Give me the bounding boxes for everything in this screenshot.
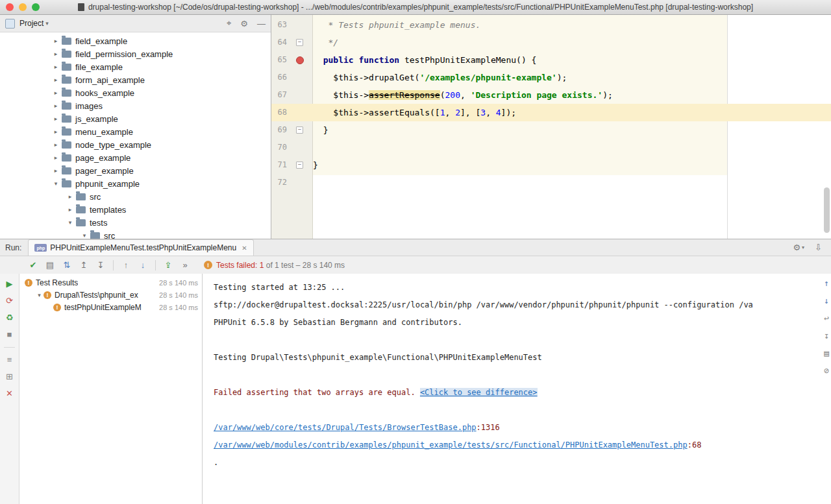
gutter-cell[interactable]: −: [287, 121, 312, 139]
chevron-collapsed-icon[interactable]: ▸: [51, 141, 60, 148]
scroll-up-icon[interactable]: ↑: [824, 279, 829, 288]
close-window-button[interactable]: [6, 3, 14, 11]
tree-item-src[interactable]: ▸src: [0, 190, 271, 203]
chevron-down-icon[interactable]: ▾: [45, 20, 49, 27]
line-number[interactable]: 66: [271, 69, 287, 86]
show-passed-icon[interactable]: ✔: [26, 260, 40, 270]
file-link[interactable]: /var/www/web/core/tests/Drupal/Tests/Bro…: [214, 423, 477, 432]
chevron-collapsed-icon[interactable]: ▸: [66, 193, 75, 200]
gutter-cell[interactable]: [287, 16, 312, 34]
rerun-failed-tests-icon[interactable]: ⟳: [6, 296, 13, 306]
code-line-65[interactable]: 65 public function testPhpUnitExampleMen…: [271, 51, 831, 69]
sort-by-duration-icon[interactable]: ⇅: [60, 260, 74, 270]
expand-all-icon[interactable]: ↥: [77, 260, 91, 270]
fold-marker-icon[interactable]: −: [296, 162, 303, 169]
stop-icon[interactable]: ■: [7, 330, 12, 339]
gutter-cell[interactable]: [287, 69, 312, 86]
chevron-collapsed-icon[interactable]: ▸: [51, 77, 60, 83]
line-number[interactable]: 63: [271, 16, 287, 34]
scroll-to-end-icon[interactable]: ↧: [824, 331, 829, 341]
scroll-down-icon[interactable]: ↓: [824, 296, 829, 306]
gutter-cell[interactable]: [287, 139, 312, 156]
restore-layout-icon[interactable]: ⊞: [6, 372, 13, 381]
clear-console-icon[interactable]: ⊘: [824, 366, 829, 376]
code-line-66[interactable]: 66 $this->drupalGet('/examples/phpunit-e…: [271, 69, 831, 86]
chevron-collapsed-icon[interactable]: ▸: [51, 51, 60, 57]
tree-item-src[interactable]: ▾src: [0, 229, 271, 239]
locate-file-icon[interactable]: ⌖: [227, 18, 231, 29]
chevron-collapsed-icon[interactable]: ▸: [51, 167, 60, 174]
chevron-expanded-icon[interactable]: ▾: [66, 219, 75, 226]
toggle-auto-test-icon[interactable]: ♻: [6, 313, 14, 322]
code-line-68[interactable]: 68 $this->assertEquals([1, 2], [3, 4]);: [271, 104, 831, 121]
diff-link[interactable]: <Click to see difference>: [420, 388, 538, 397]
close-run-panel-icon[interactable]: ✕: [6, 389, 13, 398]
line-number[interactable]: 71: [271, 156, 287, 174]
more-actions-icon[interactable]: »: [178, 260, 192, 270]
chevron-collapsed-icon[interactable]: ▸: [51, 115, 60, 122]
import-test-results-icon[interactable]: ⇪: [161, 260, 175, 270]
chevron-collapsed-icon[interactable]: ▸: [51, 38, 60, 44]
tree-item-menu_example[interactable]: ▸menu_example: [0, 125, 271, 138]
line-number[interactable]: 72: [271, 174, 287, 191]
previous-failed-test-icon[interactable]: ↑: [119, 260, 133, 270]
test-console[interactable]: Testing started at 13:25 ...sftp://docke…: [203, 274, 831, 504]
line-number[interactable]: 64: [271, 34, 287, 51]
run-tab[interactable]: php PHPUnitExampleMenuTest.testPhpUnitEx…: [28, 239, 253, 256]
run-settings-button[interactable]: ⚙ ▾: [793, 243, 804, 252]
line-number[interactable]: 68: [271, 104, 287, 121]
chevron-expanded-icon[interactable]: ▾: [51, 180, 60, 187]
chevron-expanded-icon[interactable]: ▾: [80, 232, 89, 239]
tree-item-js_example[interactable]: ▸js_example: [0, 112, 271, 125]
chevron-collapsed-icon[interactable]: ▸: [51, 102, 60, 109]
chevron-collapsed-icon[interactable]: ▸: [51, 64, 60, 70]
tree-item-field_permission_example[interactable]: ▸field_permission_example: [0, 47, 271, 60]
test-tree-item[interactable]: !testPhpUnitExampleM28 s 140 ms: [19, 301, 202, 313]
tree-item-field_example[interactable]: ▸field_example: [0, 34, 271, 47]
code-line-63[interactable]: 63 * Tests phpunit_example menus.: [271, 16, 831, 34]
tree-item-images[interactable]: ▸images: [0, 99, 271, 112]
tree-item-file_example[interactable]: ▸file_example: [0, 60, 271, 73]
print-icon[interactable]: ▤: [824, 349, 829, 358]
code-line-72[interactable]: 72: [271, 174, 831, 191]
rerun-test-icon[interactable]: ▶: [6, 280, 13, 289]
test-tree-item[interactable]: ▾!Drupal\Tests\phpunit_ex28 s 140 ms: [19, 289, 202, 301]
chevron-expanded-icon[interactable]: ▾: [35, 292, 43, 298]
minimize-window-button[interactable]: [19, 3, 27, 11]
hide-toolwindow-icon[interactable]: ⇩: [815, 243, 822, 252]
gutter-cell[interactable]: −: [287, 156, 312, 174]
gear-icon[interactable]: ⚙: [240, 19, 248, 29]
gutter-cell[interactable]: −: [287, 34, 312, 51]
editor-scrollbar-thumb[interactable]: [824, 187, 830, 233]
test-tree-item[interactable]: !Test Results28 s 140 ms: [19, 276, 202, 289]
line-number[interactable]: 65: [271, 51, 287, 69]
close-tab-icon[interactable]: ✕: [242, 245, 247, 252]
test-statistics-icon[interactable]: ≡: [7, 355, 12, 365]
code-line-71[interactable]: 71−}: [271, 156, 831, 174]
code-line-69[interactable]: 69− }: [271, 121, 831, 139]
gutter-cell[interactable]: [287, 86, 312, 104]
line-number[interactable]: 70: [271, 139, 287, 156]
show-ignored-icon[interactable]: ▤: [43, 260, 57, 270]
collapse-all-icon[interactable]: ↧: [93, 260, 108, 270]
line-number[interactable]: 67: [271, 86, 287, 104]
chevron-collapsed-icon[interactable]: ▸: [51, 128, 60, 135]
chevron-collapsed-icon[interactable]: ▸: [66, 206, 75, 213]
gutter-cell[interactable]: [287, 104, 312, 121]
tree-item-tests[interactable]: ▾tests: [0, 216, 271, 229]
fullscreen-window-button[interactable]: [32, 3, 40, 11]
failed-test-gutter-icon[interactable]: [296, 56, 304, 64]
code-line-67[interactable]: 67 $this->assertResponse(200, 'Descripti…: [271, 86, 831, 104]
code-line-64[interactable]: 64− */: [271, 34, 831, 51]
tree-item-phpunit_example[interactable]: ▾phpunit_example: [0, 177, 271, 190]
tree-item-hooks_example[interactable]: ▸hooks_example: [0, 86, 271, 99]
hide-panel-icon[interactable]: —: [257, 19, 266, 29]
chevron-collapsed-icon[interactable]: ▸: [51, 90, 60, 96]
tree-item-pager_example[interactable]: ▸pager_example: [0, 164, 271, 177]
gutter-cell[interactable]: [287, 174, 312, 191]
tree-item-page_example[interactable]: ▸page_example: [0, 151, 271, 164]
fold-marker-icon[interactable]: −: [296, 39, 303, 46]
chevron-collapsed-icon[interactable]: ▸: [51, 154, 60, 161]
soft-wrap-icon[interactable]: ↩: [824, 314, 829, 323]
tree-item-templates[interactable]: ▸templates: [0, 203, 271, 216]
